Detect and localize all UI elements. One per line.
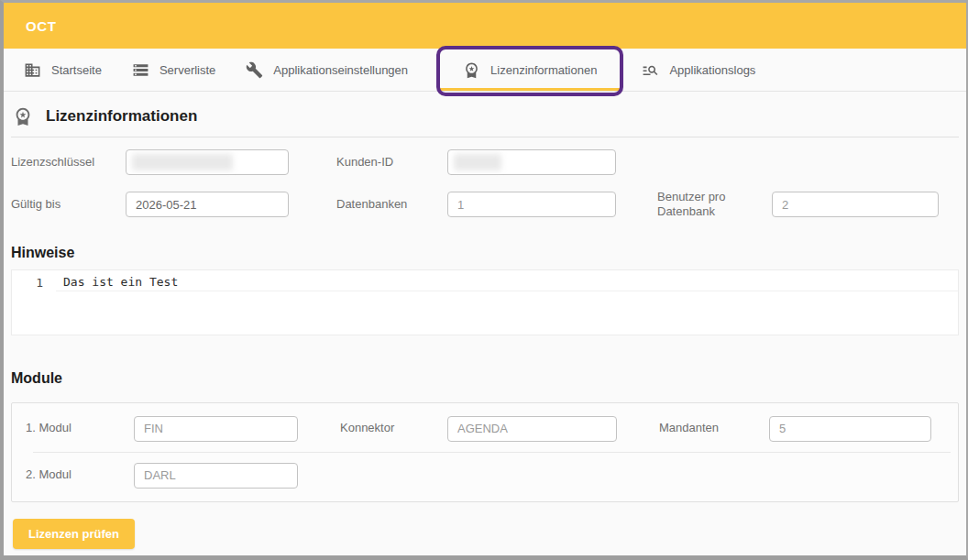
license-key-label: Lizenzschlüssel [11,155,126,170]
module-row-2: 2. Modul [26,463,958,489]
customer-id-label: Kunden-ID [336,155,447,170]
app-window: OCT Startseite Serverliste Applikationse… [0,0,968,560]
customer-id-field-wrap [447,149,616,175]
tab-label: Applikationslogs [669,63,755,77]
check-licenses-button[interactable]: Lizenzen prüfen [13,519,135,549]
wrench-icon [246,61,263,79]
connector-field-wrap [447,416,617,442]
tab-lizenzinformationen[interactable]: Lizenzinformationen [438,49,622,91]
module-2-label: 2. Modul [26,467,134,482]
app-title: OCT [26,18,56,34]
tab-serverliste[interactable]: Serverliste [132,49,215,91]
module-row-divider [33,452,951,453]
notes-editor[interactable]: 1 Das ist ein Test [11,269,959,335]
users-per-db-label: Benutzer pro Datenbank [657,190,772,220]
main-content: Lizenzinformationen Lizenzschlüssel Kund… [4,92,966,549]
server-list-icon [132,61,149,79]
line-number: 1 [12,276,56,290]
tab-applikationseinstellungen[interactable]: Applikationseinstellungen [246,49,408,91]
module-1-field-wrap [134,416,298,442]
license-key-input[interactable] [126,149,289,175]
license-form: Lizenzschlüssel Kunden-ID Gültig bis Dat… [11,149,959,220]
medal-icon [13,106,33,126]
module-2-field-wrap [134,463,298,489]
editor-line: 1 Das ist ein Test [12,270,958,291]
tab-bar: Startseite Serverliste Applikationseinst… [4,49,966,92]
users-per-db-input[interactable] [772,192,939,217]
license-key-field-wrap [126,149,289,175]
modules-section-title: Module [11,370,959,387]
license-section-header: Lizenzinformationen [11,92,959,137]
databases-field-wrap [447,192,616,217]
clients-label: Mandanten [659,421,769,435]
tab-applikationslogs[interactable]: Applikationslogs [642,49,755,91]
databases-input[interactable] [447,192,616,217]
module-2-input[interactable] [134,463,298,489]
valid-until-input[interactable] [126,192,289,217]
modules-container: 1. Modul Konnektor Mandanten 2. Modul [11,402,959,502]
tab-label: Applikationseinstellungen [273,63,408,77]
valid-until-label: Gültig bis [11,197,126,212]
section-title: Lizenzinformationen [46,107,197,126]
module-1-label: 1. Modul [26,421,134,435]
app-header: OCT [4,3,966,49]
tab-startseite[interactable]: Startseite [24,49,102,91]
module-row-1: 1. Modul Konnektor Mandanten [26,416,958,442]
tab-label: Lizenzinformationen [490,63,597,77]
clients-input[interactable] [769,416,931,442]
clients-field-wrap [769,416,931,442]
building-icon [24,61,41,79]
customer-id-input[interactable] [447,149,616,175]
notes-section-title: Hinweise [11,245,959,261]
tab-label: Startseite [51,63,102,77]
connector-label: Konnektor [340,421,447,435]
medal-icon [463,61,480,79]
tab-label: Serverliste [160,63,215,77]
valid-until-field-wrap [126,192,289,217]
log-search-icon [642,61,659,79]
module-1-input[interactable] [134,416,298,442]
databases-label: Datenbanken [336,197,447,212]
connector-input[interactable] [447,416,617,442]
users-per-db-field-wrap [772,192,939,217]
line-text[interactable]: Das ist ein Test [56,274,958,291]
